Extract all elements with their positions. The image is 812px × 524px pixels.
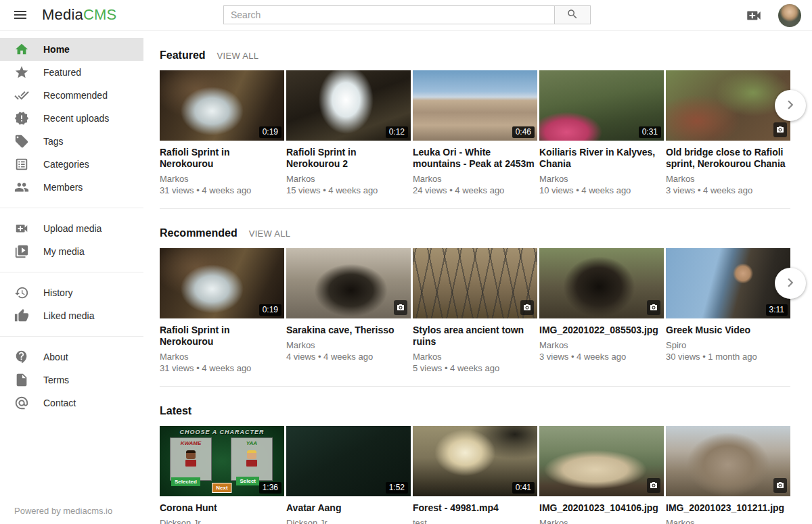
game-character-box: KWAME — [170, 437, 212, 481]
media-thumbnail[interactable] — [539, 426, 664, 496]
duration-badge: 3:11 — [766, 304, 788, 316]
thumb-up-icon — [14, 308, 29, 323]
sidebar-item-about[interactable]: About — [0, 346, 143, 368]
search-button[interactable] — [554, 5, 591, 24]
media-thumbnail[interactable]: 0:31 — [539, 70, 664, 141]
tag-icon — [14, 134, 29, 149]
media-thumbnail[interactable]: 0:12 — [286, 70, 411, 141]
media-meta: 5 views • 4 weeks ago — [413, 363, 537, 373]
media-title[interactable]: IMG_20201023_104106.jpg — [539, 502, 664, 514]
media-thumbnail[interactable] — [286, 248, 411, 318]
media-thumbnail[interactable] — [666, 426, 790, 496]
media-title[interactable]: Rafioli Sprint in Nerokourou 2 — [286, 147, 411, 170]
media-author[interactable]: Markos — [160, 352, 284, 362]
sidebar-item-label: History — [43, 287, 73, 298]
view-all-link[interactable]: VIEW ALL — [217, 51, 259, 61]
powered-by-link[interactable]: Powered by mediacms.io — [14, 506, 112, 516]
search-input[interactable] — [223, 5, 555, 24]
media-author[interactable]: Markos — [413, 174, 537, 184]
media-author[interactable]: Spiro — [666, 340, 790, 350]
top-bar: MediaCMS — [0, 0, 812, 31]
media-title[interactable]: Corona Hunt — [160, 502, 284, 514]
game-overlay-title: CHOOSE A CHARACTER — [160, 429, 284, 435]
media-title[interactable]: Forest - 49981.mp4 — [413, 502, 537, 514]
upload-media-button[interactable] — [744, 7, 763, 24]
media-title[interactable]: Sarakina cave, Therisso — [286, 325, 411, 336]
media-author[interactable]: Markos — [666, 174, 790, 184]
media-title[interactable]: Rafioli Sprint in Nerokourou — [160, 325, 284, 348]
media-author[interactable]: Markos — [286, 340, 411, 350]
media-thumbnail[interactable] — [666, 70, 790, 141]
media-author[interactable]: test — [413, 518, 537, 524]
video-call-icon — [745, 16, 763, 26]
media-title[interactable]: Greek Music Video — [666, 325, 790, 336]
media-title[interactable]: Rafioli Sprint in Nerokourou — [160, 147, 284, 170]
section-title: Latest — [160, 405, 191, 417]
search-icon — [566, 8, 579, 22]
media-card-text: Forest - 49981.mp4test17 views • 3 weeks… — [413, 502, 537, 524]
media-title[interactable]: Avatar Aang — [286, 502, 411, 514]
menu-button[interactable] — [11, 7, 30, 24]
media-card: Sarakina cave, TherissoMarkos4 views • 4… — [286, 248, 411, 373]
media-thumbnail[interactable] — [539, 248, 664, 318]
avatar[interactable] — [778, 4, 801, 27]
media-author[interactable]: Dickson Jr. — [286, 518, 411, 524]
media-thumbnail[interactable]: CHOOSE A CHARACTERKWAMEYAASelectedSelect… — [160, 426, 284, 496]
sidebar-item-label: Upload media — [43, 223, 102, 234]
media-meta: 3 views • 4 weeks ago — [666, 185, 790, 195]
history-icon — [14, 285, 29, 300]
sidebar-item-upload-media[interactable]: Upload media — [0, 217, 143, 240]
media-author[interactable]: Dickson Jr. — [160, 518, 284, 524]
media-title[interactable]: Koiliaris River in Kalyves, Chania — [539, 147, 664, 170]
media-author[interactable]: Markos — [539, 174, 664, 184]
sidebar-item-terms[interactable]: Terms — [0, 368, 143, 391]
video-library-icon — [14, 244, 29, 259]
media-author[interactable]: Markos — [666, 518, 790, 524]
media-thumbnail[interactable]: 0:19 — [160, 70, 284, 141]
sidebar-item-members[interactable]: Members — [0, 176, 143, 199]
sidebar-item-featured[interactable]: Featured — [0, 61, 143, 84]
carousel-next-button[interactable] — [775, 268, 806, 299]
media-thumbnail[interactable] — [413, 248, 537, 318]
media-thumbnail[interactable]: 0:46 — [413, 70, 537, 141]
members-icon — [14, 180, 29, 195]
sidebar-item-recommended[interactable]: Recommended — [0, 84, 143, 107]
media-thumbnail[interactable]: 0:41 — [413, 426, 537, 496]
sidebar-item-liked-media[interactable]: Liked media — [0, 304, 143, 327]
media-title[interactable]: Stylos area ancient town ruins — [413, 325, 537, 348]
view-all-link[interactable]: VIEW ALL — [249, 229, 291, 239]
logo[interactable]: MediaCMS — [42, 6, 116, 24]
sidebar-item-label: Recent uploads — [43, 113, 109, 124]
search-bar — [223, 5, 591, 24]
media-thumbnail[interactable]: 0:19 — [160, 248, 284, 318]
game-character-box: YAA — [231, 437, 273, 481]
hamburger-icon — [12, 15, 28, 25]
media-card-text: Corona HuntDickson Jr.6 views • 4 days a… — [160, 502, 284, 524]
sidebar-item-categories[interactable]: Categories — [0, 153, 143, 176]
media-card-text: IMG_20201022_085503.jpgMarkos3 views • 4… — [539, 325, 664, 372]
carousel-next-button[interactable] — [775, 90, 806, 121]
sidebar-item-home[interactable]: Home — [0, 38, 143, 61]
sidebar-item-history[interactable]: History — [0, 281, 143, 304]
media-author[interactable]: Markos — [413, 352, 537, 362]
media-author[interactable]: Markos — [539, 340, 664, 350]
game-next-button: Next — [212, 483, 231, 493]
media-title[interactable]: IMG_20201023_101211.jpg — [666, 502, 790, 514]
sidebar-item-tags[interactable]: Tags — [0, 130, 143, 153]
media-author[interactable]: Markos — [539, 518, 664, 524]
media-title[interactable]: IMG_20201022_085503.jpg — [539, 325, 664, 336]
media-thumbnail[interactable]: 3:11 — [666, 248, 790, 318]
media-meta: 10 views • 4 weeks ago — [539, 185, 664, 195]
star-icon — [14, 65, 29, 80]
media-author[interactable]: Markos — [286, 174, 411, 184]
media-thumbnail[interactable]: 1:52 — [286, 426, 411, 496]
sidebar-group: HistoryLiked media — [0, 272, 143, 331]
sidebar-item-my-media[interactable]: My media — [0, 240, 143, 263]
media-card: 3:11Greek Music VideoSpiro30 views • 1 m… — [666, 248, 790, 373]
media-author[interactable]: Markos — [160, 174, 284, 184]
media-title[interactable]: Leuka Ori - White mountains - Peak at 24… — [413, 147, 537, 170]
sidebar-item-contact[interactable]: Contact — [0, 391, 143, 414]
sidebar-item-label: Members — [43, 182, 83, 193]
sidebar-item-recent-uploads[interactable]: Recent uploads — [0, 107, 143, 130]
media-title[interactable]: Old bridge close to Rafioli sprint, Nero… — [666, 147, 790, 170]
